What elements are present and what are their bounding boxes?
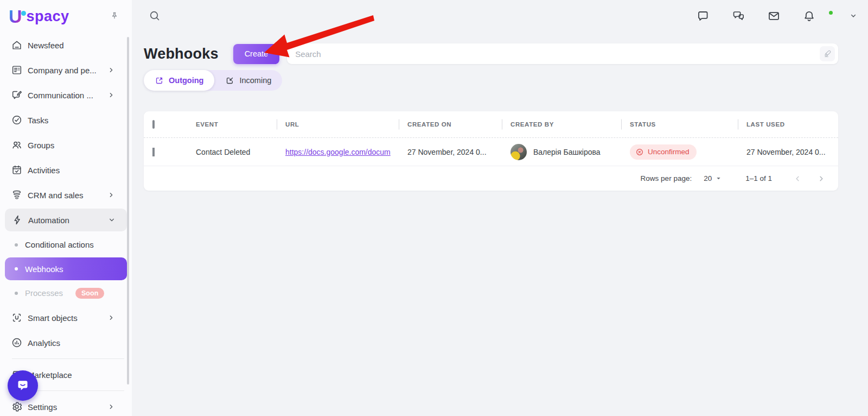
sidebar-item-conditional-actions[interactable]: Conditional actions: [0, 232, 132, 257]
group-chat-icon[interactable]: [732, 9, 745, 23]
next-page-button[interactable]: [814, 172, 828, 186]
sidebar-item-label: Settings: [28, 402, 57, 412]
settings-gear-icon: [11, 401, 23, 413]
mail-icon[interactable]: [767, 9, 781, 23]
select-all-cell: [144, 121, 187, 128]
sidebar-item-label: Analytics: [28, 338, 60, 348]
pin-sidebar-icon[interactable]: [109, 11, 120, 22]
sidebar-item-label: Tasks: [28, 116, 48, 125]
last-used-cell: 27 November, 2024 0...: [738, 148, 838, 156]
logo-text: spacy: [27, 8, 69, 24]
column-header-created-by[interactable]: CREATED BY: [502, 121, 621, 128]
sidebar-item-automation[interactable]: Automation: [5, 209, 127, 231]
table-header-row: EVENT URL CREATED ON CREATED BY STATUS L…: [144, 111, 838, 138]
status-label: Unconfirmed: [648, 148, 690, 156]
calendar-check-icon: [11, 164, 23, 176]
notifications-bell-icon[interactable]: [802, 9, 816, 23]
uspacy-logo[interactable]: U spacy: [9, 8, 69, 24]
page-title: Webhooks: [144, 46, 219, 62]
create-webhook-button[interactable]: Create: [233, 44, 280, 64]
bullet-icon: [15, 243, 18, 247]
sidebar-item-tasks[interactable]: Tasks: [0, 108, 132, 133]
logo-dot-icon: [21, 11, 26, 16]
automation-bolt-icon: [11, 214, 23, 226]
webhook-url-link[interactable]: https://docs.google.com/docum: [285, 148, 391, 156]
crm-funnel-icon: [11, 189, 23, 201]
pagination-range: 1–1 of 1: [745, 174, 772, 182]
sidebar-item-crm[interactable]: CRM and sales: [0, 182, 132, 207]
home-icon: [11, 39, 23, 51]
sidebar-item-label: Company and pe...: [28, 66, 97, 75]
chevron-right-icon: [107, 91, 116, 99]
select-all-checkbox[interactable]: [152, 120, 155, 129]
webhooks-search: [287, 43, 838, 64]
event-cell: Contact Deleted: [187, 148, 277, 156]
outgoing-export-icon: [155, 76, 164, 85]
search-icon[interactable]: [148, 9, 161, 22]
profile-chevron-down-icon[interactable]: [848, 11, 858, 21]
eraser-icon[interactable]: [820, 46, 835, 61]
rows-per-page-value: 20: [704, 174, 712, 182]
chat-icon[interactable]: [697, 9, 710, 23]
rows-per-page-label: Rows per page:: [641, 174, 692, 182]
support-chat-launcher[interactable]: [8, 370, 38, 401]
sidebar-item-activities[interactable]: Activities: [0, 157, 132, 182]
sidebar-item-label: Conditional actions: [25, 240, 94, 249]
caret-down-icon: [716, 175, 722, 181]
rows-per-page-select[interactable]: 20: [704, 174, 722, 182]
analytics-icon: [11, 337, 23, 349]
sidebar-divider: [12, 358, 124, 359]
sidebar-item-label: Newsfeed: [28, 41, 64, 50]
table-row[interactable]: Contact Deleted https://docs.google.com/…: [144, 138, 838, 166]
sidebar-item-analytics[interactable]: Analytics: [0, 330, 132, 355]
tab-label: Incoming: [239, 76, 271, 85]
sidebar-item-groups[interactable]: Groups: [0, 133, 132, 157]
creator-avatar: [510, 144, 527, 160]
chat-bubble-icon: [15, 378, 30, 393]
previous-page-button[interactable]: [790, 172, 805, 186]
sidebar-item-label: Smart objects: [28, 313, 78, 323]
incoming-import-icon: [225, 76, 234, 85]
tasks-check-icon: [11, 114, 23, 126]
search-input[interactable]: [287, 43, 838, 64]
communication-icon: [11, 89, 23, 101]
logo-u-glyph: U: [9, 8, 22, 24]
webhooks-page: Webhooks Create Outgoing Incoming: [132, 31, 868, 191]
sidebar-item-label: CRM and sales: [28, 191, 84, 200]
column-header-last-used[interactable]: LAST USED: [738, 121, 838, 128]
column-header-event[interactable]: EVENT: [187, 121, 277, 128]
status-cell: Unconfirmed: [621, 144, 738, 160]
chevron-right-icon: [107, 191, 116, 199]
row-checkbox[interactable]: [152, 148, 155, 156]
bullet-icon: [15, 267, 18, 270]
tab-outgoing[interactable]: Outgoing: [144, 70, 214, 91]
sidebar-item-webhooks[interactable]: Webhooks: [5, 257, 127, 280]
sidebar-header: U spacy: [0, 0, 132, 33]
sidebar-item-processes[interactable]: Processes Soon: [0, 281, 132, 305]
tab-incoming[interactable]: Incoming: [214, 70, 282, 91]
sidebar-item-label: Webhooks: [25, 264, 63, 274]
sidebar-item-label: Activities: [28, 166, 60, 175]
soon-badge: Soon: [75, 288, 104, 299]
sidebar-item-label: Automation: [28, 216, 69, 225]
table-pagination: Rows per page: 20 1–1 of 1: [144, 166, 838, 191]
status-badge: Unconfirmed: [630, 144, 697, 160]
sidebar-item-smart-objects[interactable]: Smart objects: [0, 305, 132, 330]
column-header-status[interactable]: STATUS: [621, 121, 738, 128]
column-header-url[interactable]: URL: [277, 121, 399, 128]
groups-icon: [11, 139, 23, 151]
company-icon: [11, 64, 23, 76]
sidebar-scrollbar[interactable]: [127, 37, 129, 385]
chevron-right-icon: [107, 402, 116, 411]
sidebar-item-newsfeed[interactable]: Newsfeed: [0, 33, 132, 58]
sidebar-item-label: Groups: [28, 141, 54, 150]
sidebar-item-communication[interactable]: Communication ...: [0, 83, 132, 108]
chevron-down-icon: [107, 216, 116, 224]
main-area: Webhooks Create Outgoing Incoming: [132, 0, 868, 416]
column-header-created-on[interactable]: CREATED ON: [399, 121, 502, 128]
sidebar-item-company[interactable]: Company and pe...: [0, 58, 132, 83]
sidebar-item-label: Processes: [25, 288, 63, 298]
page-header: Webhooks Create: [144, 43, 838, 64]
cancel-circle-icon: [635, 148, 644, 156]
smart-objects-icon: [11, 312, 23, 324]
